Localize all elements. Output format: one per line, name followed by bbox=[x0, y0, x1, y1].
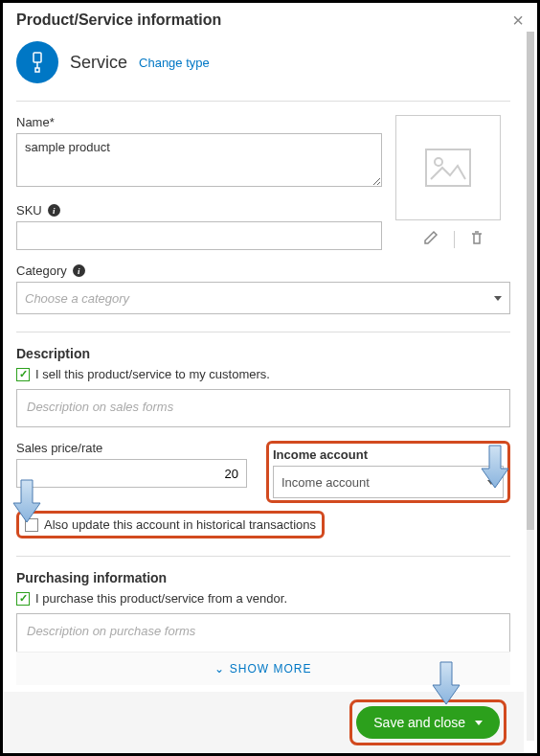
sales-description-input[interactable]: Description on sales forms bbox=[16, 389, 510, 427]
svg-rect-2 bbox=[426, 149, 470, 186]
modal-title: Product/Service information bbox=[16, 11, 221, 29]
purchase-description-input[interactable]: Description on purchase forms bbox=[16, 613, 510, 652]
divider bbox=[16, 101, 510, 102]
income-account-select[interactable]: Income account bbox=[273, 466, 504, 498]
chevron-down-icon bbox=[494, 296, 502, 301]
name-input[interactable]: sample product bbox=[16, 133, 382, 187]
save-button-highlight: Save and close bbox=[349, 699, 506, 745]
sales-price-input[interactable] bbox=[16, 459, 247, 488]
info-icon[interactable]: i bbox=[73, 264, 85, 277]
sku-label: SKU bbox=[16, 203, 42, 218]
chevron-down-icon bbox=[487, 480, 495, 485]
info-icon[interactable]: i bbox=[48, 204, 60, 217]
sku-input[interactable] bbox=[16, 221, 382, 250]
category-placeholder: Choose a category bbox=[25, 291, 129, 306]
svg-point-3 bbox=[435, 158, 442, 166]
svg-rect-0 bbox=[34, 53, 41, 62]
delete-image-icon[interactable] bbox=[470, 230, 484, 248]
description-heading: Description bbox=[16, 346, 510, 361]
category-select[interactable]: Choose a category bbox=[16, 282, 510, 314]
show-more-button[interactable]: ⌄ SHOW MORE bbox=[16, 652, 510, 685]
chevron-down-icon bbox=[475, 721, 483, 725]
divider bbox=[16, 556, 510, 557]
sell-checkbox-label: I sell this product/service to my custom… bbox=[35, 367, 270, 381]
income-account-label: Income account bbox=[273, 447, 504, 462]
product-type-label: Service bbox=[70, 53, 127, 73]
divider bbox=[16, 332, 510, 332]
sell-checkbox[interactable] bbox=[16, 368, 30, 381]
chevron-down-icon: ⌄ bbox=[214, 662, 225, 676]
purchasing-heading: Purchasing information bbox=[16, 570, 510, 585]
edit-image-icon[interactable] bbox=[423, 230, 439, 248]
divider bbox=[454, 231, 455, 248]
historical-highlight: Also update this account in historical t… bbox=[16, 511, 325, 538]
category-label: Category bbox=[16, 263, 67, 278]
income-account-highlight: Income account Income account bbox=[266, 441, 510, 503]
name-label: Name* bbox=[16, 115, 382, 129]
historical-checkbox[interactable] bbox=[25, 518, 38, 532]
close-icon[interactable]: × bbox=[512, 11, 524, 30]
scrollbar-thumb[interactable] bbox=[527, 32, 534, 530]
income-account-placeholder: Income account bbox=[281, 475, 370, 490]
sales-price-label: Sales price/rate bbox=[16, 441, 247, 455]
historical-checkbox-label: Also update this account in historical t… bbox=[44, 517, 316, 532]
change-type-link[interactable]: Change type bbox=[139, 56, 210, 70]
purchase-checkbox-label: I purchase this product/service from a v… bbox=[35, 591, 287, 606]
purchase-checkbox[interactable] bbox=[16, 592, 30, 606]
image-placeholder[interactable] bbox=[395, 115, 501, 220]
save-and-close-button[interactable]: Save and close bbox=[356, 706, 500, 739]
service-type-icon bbox=[16, 41, 58, 83]
